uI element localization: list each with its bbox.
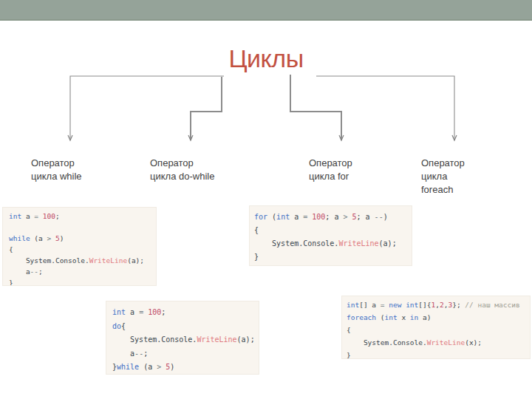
branch-label-foreach: Оператор цикла foreach: [421, 157, 488, 197]
code-snippet-do-while: int a = 100;do{ System.Console.WriteLine…: [106, 301, 259, 375]
branch-label-for: Оператор цикла for: [309, 157, 390, 183]
code-snippet-while: int a = 100; while (a > 5){ System.Conso…: [2, 207, 157, 286]
slide-top-bar: [0, 0, 532, 21]
code-snippet-foreach: int[] a = new int[]{1,2,3}; // наш масси…: [341, 296, 531, 359]
code-snippet-for: for (int a = 100; a > 5; a --){ System.C…: [249, 205, 412, 266]
branch-label-do-while: Оператор цикла do-while: [150, 157, 246, 183]
connector-for: [290, 75, 341, 140]
connector-foreach: [316, 76, 454, 140]
presentation-slide: Циклы Оператор цикла while Оператор цикл…: [0, 0, 532, 399]
slide-title: Циклы: [0, 43, 532, 74]
branch-label-while: Оператор цикла while: [31, 157, 112, 183]
connector-while: [70, 76, 224, 140]
connector-do-while: [191, 77, 222, 140]
